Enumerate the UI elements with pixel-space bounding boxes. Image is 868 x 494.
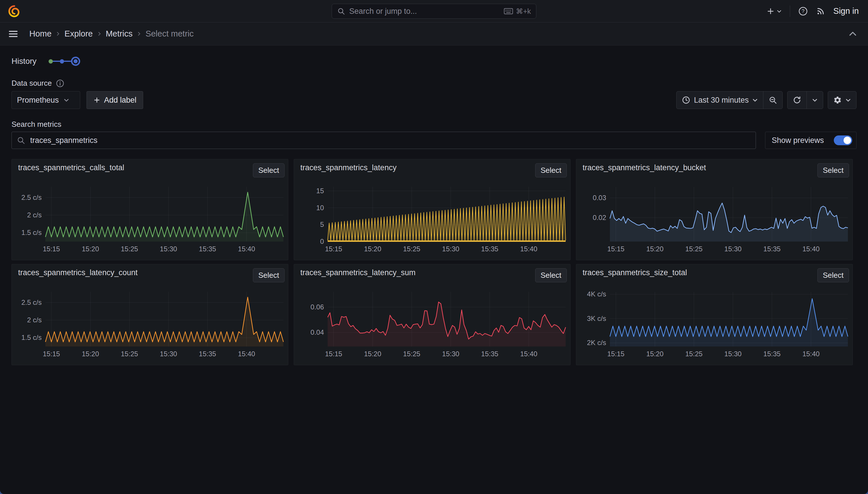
search-icon (337, 7, 345, 15)
metric-preview-chart: 1.5 c/s2 c/s2.5 c/s15:1515:2015:2515:301… (12, 176, 288, 260)
refresh-interval-dropdown[interactable] (807, 92, 823, 109)
svg-text:2 c/s: 2 c/s (27, 316, 42, 324)
metric-panel: traces_spanmetrics_size_total Select 2K … (576, 264, 853, 365)
metric-preview-chart: 0.040.0615:1515:2015:2515:3015:3515:40 (294, 281, 571, 365)
metric-search-field (12, 132, 756, 149)
svg-text:15:35: 15:35 (481, 350, 498, 358)
metric-panel: traces_spanmetrics_latency_count Select … (12, 264, 288, 365)
chevron-down-icon (776, 8, 782, 14)
time-range-button[interactable]: Last 30 minutes (676, 92, 763, 109)
svg-text:15:15: 15:15 (325, 350, 342, 358)
metric-panels-grid: traces_spanmetrics_calls_total Select 1.… (12, 159, 856, 365)
metric-panel: traces_spanmetrics_latency Select 051015… (294, 159, 571, 260)
metric-preview-chart: 05101515:1515:2015:2515:3015:3515:40 (294, 176, 571, 260)
svg-text:15:30: 15:30 (442, 350, 459, 358)
select-metric-button[interactable]: Select (253, 163, 284, 177)
svg-text:0.04: 0.04 (310, 328, 324, 336)
refresh-button[interactable] (788, 92, 807, 109)
svg-text:15:20: 15:20 (82, 350, 99, 358)
panel-title: traces_spanmetrics_latency_bucket (583, 163, 706, 172)
metric-search-input[interactable] (12, 132, 756, 149)
svg-text:15:15: 15:15 (43, 245, 60, 253)
svg-text:15:20: 15:20 (646, 350, 663, 358)
help-icon[interactable]: ? (798, 6, 808, 16)
chevron-down-icon (63, 97, 69, 103)
select-metric-button[interactable]: Select (253, 268, 284, 282)
divider (790, 5, 790, 17)
history-step-dot[interactable] (60, 59, 64, 63)
clock-icon (682, 96, 690, 104)
metric-preview-chart: 2K c/s3K c/s4K c/s15:1515:2015:2515:3015… (576, 281, 853, 365)
svg-text:0.02: 0.02 (593, 214, 606, 222)
svg-text:1.5 c/s: 1.5 c/s (21, 334, 42, 341)
metric-preview-chart: 0.020.0315:1515:2015:2515:3015:3515:40 (576, 176, 853, 260)
search-metrics-label: Search metrics (12, 120, 856, 129)
breadcrumb-metrics[interactable]: Metrics (106, 29, 133, 39)
global-search-placeholder: Search or jump to... (349, 7, 504, 16)
history-label: History (12, 57, 37, 66)
search-icon (17, 136, 25, 145)
history-timeline[interactable] (48, 57, 80, 66)
chevron-down-icon (752, 97, 758, 103)
svg-text:1.5 c/s: 1.5 c/s (21, 229, 42, 236)
svg-text:15:40: 15:40 (238, 245, 255, 253)
svg-text:15:25: 15:25 (403, 350, 420, 358)
svg-text:0: 0 (320, 238, 324, 245)
show-previews-control: Show previews (765, 132, 856, 149)
chevron-down-icon (845, 97, 851, 103)
time-range-picker: Last 30 minutes (676, 91, 783, 109)
panel-header: traces_spanmetrics_latency_count Select (12, 264, 288, 281)
grafana-app: Search or jump to... ⌘+k ? Sign in (0, 0, 868, 494)
refresh-picker (787, 91, 823, 109)
breadcrumb-home[interactable]: Home (29, 29, 52, 39)
zoom-out-button[interactable] (763, 92, 782, 109)
panel-title: traces_spanmetrics_size_total (583, 268, 687, 277)
svg-text:15:35: 15:35 (199, 245, 216, 253)
svg-text:3K c/s: 3K c/s (587, 315, 606, 322)
refresh-icon (793, 96, 801, 104)
sign-in-link[interactable]: Sign in (833, 6, 859, 16)
datasource-picker[interactable]: Prometheus (12, 91, 80, 109)
select-metric-button[interactable]: Select (535, 268, 567, 282)
settings-button[interactable] (828, 92, 856, 109)
svg-text:4K c/s: 4K c/s (587, 290, 606, 298)
svg-text:15:30: 15:30 (160, 245, 177, 253)
info-icon[interactable] (56, 79, 64, 88)
svg-text:15:25: 15:25 (685, 245, 703, 253)
svg-text:15:20: 15:20 (364, 350, 381, 358)
breadcrumb: Home Explore Metrics Select metric (29, 29, 194, 39)
svg-text:15:20: 15:20 (82, 245, 99, 253)
grafana-logo-icon[interactable] (7, 4, 21, 18)
metric-preview-chart: 1.5 c/s2 c/s2.5 c/s15:1515:2015:2515:301… (12, 281, 288, 365)
history-step-dot[interactable] (48, 59, 53, 63)
add-label-button[interactable]: Add label (86, 91, 143, 109)
svg-text:15:15: 15:15 (43, 350, 60, 358)
chevron-down-icon (812, 97, 818, 103)
svg-text:15:30: 15:30 (160, 350, 177, 358)
chevron-right-icon (97, 31, 102, 36)
svg-text:15:40: 15:40 (803, 350, 820, 358)
datasource-label: Data source (12, 79, 52, 88)
query-controls: Prometheus Add label (12, 91, 143, 109)
top-nav-actions: ? Sign in (766, 5, 859, 17)
select-metric-button[interactable]: Select (535, 163, 567, 177)
breadcrumb-explore[interactable]: Explore (64, 29, 93, 39)
svg-text:15:25: 15:25 (403, 245, 420, 253)
chevron-up-icon[interactable] (848, 29, 857, 39)
datasource-value: Prometheus (17, 96, 59, 104)
history-current-step[interactable] (71, 57, 80, 66)
zoom-out-icon (769, 96, 777, 104)
news-rss-icon[interactable] (816, 6, 825, 16)
svg-text:15:40: 15:40 (520, 245, 537, 253)
panel-header: traces_spanmetrics_size_total Select (576, 264, 852, 281)
select-metric-button[interactable]: Select (817, 268, 849, 282)
panel-title: traces_spanmetrics_latency (300, 163, 397, 172)
mega-menu-icon[interactable] (8, 29, 18, 39)
select-metric-button[interactable]: Select (817, 163, 849, 177)
time-range-value: Last 30 minutes (694, 96, 749, 104)
svg-text:0.03: 0.03 (593, 194, 606, 202)
new-menu-button[interactable] (766, 7, 782, 16)
global-search-box[interactable]: Search or jump to... ⌘+k (332, 4, 536, 19)
show-previews-toggle[interactable] (834, 135, 852, 145)
keyboard-shortcut-hint: ⌘+k (504, 7, 531, 16)
